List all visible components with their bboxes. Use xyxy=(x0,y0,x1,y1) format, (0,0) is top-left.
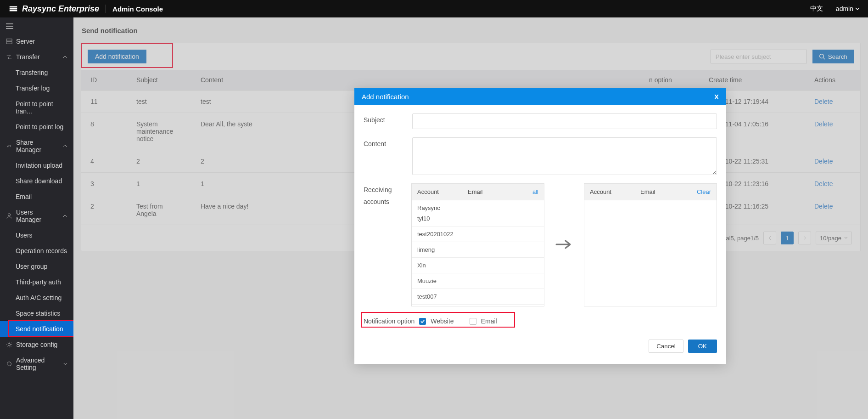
sidebar-label: Auth A/C setting xyxy=(16,294,62,301)
subject-label: Subject xyxy=(364,113,406,124)
svg-point-4 xyxy=(7,362,11,366)
available-accounts-list[interactable]: Raysynctyl10test20201022limengXinMuuziet… xyxy=(412,200,544,306)
chevron-down-icon xyxy=(63,362,67,366)
sidebar-label: Storage config xyxy=(16,341,57,348)
account-item[interactable]: test20201022 xyxy=(412,226,544,242)
selected-accounts-box: Account Email Clear xyxy=(584,183,717,306)
sidebar-item-auth-ac[interactable]: Auth A/C setting xyxy=(0,290,73,306)
account-item[interactable]: Xin xyxy=(412,258,544,273)
add-notification-modal: Add notification X Subject Content Recei… xyxy=(354,88,726,364)
sidebar-label: Point to point log xyxy=(16,123,63,130)
content-label: Content xyxy=(364,137,406,147)
sidebar-label: Advanced Setting xyxy=(16,357,60,371)
sidebar-item-share[interactable]: Share Manager xyxy=(0,135,73,158)
sidebar-item-advanced[interactable]: Advanced Setting xyxy=(0,352,73,375)
sidebar-item-transfer[interactable]: Transfer xyxy=(0,49,73,65)
sidebar-item-transfering[interactable]: Transfering xyxy=(0,65,73,80)
account-item[interactable]: test007 xyxy=(412,289,544,305)
account-item[interactable]: Muuzie xyxy=(412,273,544,289)
notification-option-label: Notification option xyxy=(364,317,414,325)
ok-button[interactable]: OK xyxy=(688,340,717,353)
sidebar-item-p2p-transfer[interactable]: Point to point tran... xyxy=(0,96,73,119)
col-account: Account xyxy=(590,188,640,195)
sidebar-item-operation-records[interactable]: Operation records xyxy=(0,243,73,259)
server-icon xyxy=(6,38,12,45)
users-icon xyxy=(6,213,12,219)
content-textarea[interactable] xyxy=(412,137,717,175)
sidebar-label: Transfering xyxy=(16,69,48,76)
receiving-accounts-label: Receiving accounts xyxy=(364,183,405,205)
sidebar-label: Operation records xyxy=(16,247,67,255)
app-header: Raysync Enterprise Admin Console 中文 admi… xyxy=(0,0,868,17)
sidebar-item-p2p-log[interactable]: Point to point log xyxy=(0,119,73,135)
sidebar-item-third-party-auth[interactable]: Third-party auth xyxy=(0,274,73,290)
sidebar-label: Users xyxy=(16,232,33,239)
sidebar-item-send-notification[interactable]: Send notification xyxy=(0,321,73,337)
sidebar-item-space-stats[interactable]: Space statistics xyxy=(0,306,73,321)
sidebar-label: Point to point tran... xyxy=(16,100,67,115)
selected-accounts-list[interactable] xyxy=(584,200,717,306)
collapse-icon xyxy=(6,23,13,29)
link-icon xyxy=(6,143,12,149)
sidebar-item-users[interactable]: Users xyxy=(0,227,73,243)
modal-close-button[interactable]: X xyxy=(714,93,719,101)
sidebar-item-share-download[interactable]: Share download xyxy=(0,173,73,189)
select-all-link[interactable]: all xyxy=(532,188,538,195)
clear-link[interactable]: Clear xyxy=(697,188,711,195)
website-label: Website xyxy=(431,317,454,325)
email-checkbox[interactable] xyxy=(470,318,476,325)
svg-point-2 xyxy=(8,214,10,216)
sidebar-label: Share Manager xyxy=(16,139,59,153)
sidebar-label: Server xyxy=(16,38,35,45)
account-item[interactable]: limeng xyxy=(412,242,544,258)
available-accounts-header: Account Email all xyxy=(412,184,544,200)
sidebar-item-storage[interactable]: Storage config xyxy=(0,337,73,352)
sidebar-item-users-manager[interactable]: Users Manager xyxy=(0,204,73,227)
sidebar-label: Users Manager xyxy=(16,209,59,223)
sidebar-item-email[interactable]: Email xyxy=(0,189,73,204)
sidebar-label: Send notification xyxy=(16,325,63,333)
col-account: Account xyxy=(417,188,468,195)
account-item[interactable]: tyl10 xyxy=(412,213,544,226)
main-content: Send notification Add notification Searc… xyxy=(73,17,868,419)
col-email: Email xyxy=(640,188,655,195)
gear-icon xyxy=(6,341,12,348)
available-accounts-box: Account Email all Raysynctyl10test202010… xyxy=(411,183,544,306)
sidebar-item-server[interactable]: Server xyxy=(0,34,73,49)
website-checkbox[interactable] xyxy=(419,318,426,325)
account-item[interactable]: Raysync xyxy=(412,200,544,213)
sidebar-label: Space statistics xyxy=(16,310,60,317)
selected-accounts-header: Account Email Clear xyxy=(584,184,717,200)
email-label: Email xyxy=(481,317,497,325)
settings-icon xyxy=(6,361,12,367)
notification-option-row: Notification option Website Email xyxy=(364,315,717,327)
chevron-up-icon xyxy=(63,55,67,59)
modal-title: Add notification xyxy=(362,93,409,101)
brand-logo-icon xyxy=(8,4,18,14)
brand-separator xyxy=(106,5,106,13)
sidebar-label: Third-party auth xyxy=(16,278,61,286)
sidebar-label: Invitation upload xyxy=(16,162,62,169)
label-line: accounts xyxy=(364,198,405,205)
arrow-right-icon xyxy=(554,238,574,251)
accounts-transfer: Account Email all Raysynctyl10test202010… xyxy=(411,183,717,306)
sidebar-item-transfer-log[interactable]: Transfer log xyxy=(0,80,73,96)
transfer-arrow xyxy=(554,238,574,252)
col-email: Email xyxy=(468,188,483,195)
chevron-down-icon xyxy=(855,6,860,11)
user-menu[interactable]: admin xyxy=(836,5,860,12)
cancel-button[interactable]: Cancel xyxy=(649,340,683,353)
sidebar-label: Transfer xyxy=(16,53,40,61)
sidebar-item-user-group[interactable]: User group xyxy=(0,259,73,274)
subject-input[interactable] xyxy=(412,113,717,129)
sidebar-label: User group xyxy=(16,263,47,270)
svg-rect-1 xyxy=(6,42,12,44)
sidebar: Server Transfer Transfering Transfer log… xyxy=(0,17,73,419)
language-switch[interactable]: 中文 xyxy=(810,5,823,13)
sidebar-item-invitation[interactable]: Invitation upload xyxy=(0,158,73,173)
modal-footer: Cancel OK xyxy=(354,331,726,364)
sidebar-collapse[interactable] xyxy=(0,20,73,34)
svg-rect-0 xyxy=(6,39,12,41)
modal-header: Add notification X xyxy=(354,88,726,105)
modal-body: Subject Content Receiving accounts xyxy=(354,105,726,331)
